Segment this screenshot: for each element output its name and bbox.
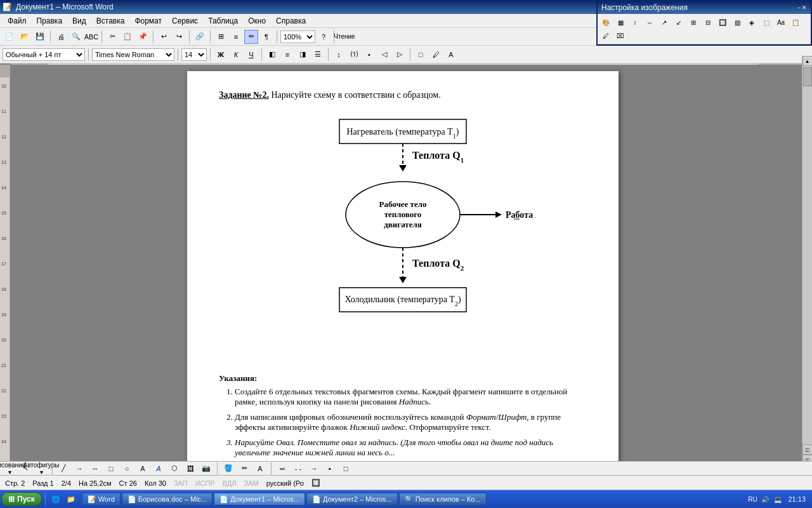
quicklaunch-ie[interactable]: 🌐 — [49, 492, 63, 506]
panel-btn-6[interactable]: ↙ — [672, 16, 686, 29]
panel-close-btn[interactable]: ✕ — [802, 4, 807, 11]
panel-btn-1[interactable]: 🎨 — [599, 16, 613, 29]
draw-wordart-btn[interactable]: A — [152, 462, 166, 476]
font-size-select[interactable]: 14 — [181, 48, 207, 61]
draw-linecolor-btn[interactable]: ✏ — [237, 462, 251, 476]
btn-redo[interactable]: ↪ — [172, 30, 186, 44]
taskbar-item-word[interactable]: 📝 Word — [82, 493, 121, 505]
quicklaunch-folder[interactable]: 📁 — [64, 492, 78, 506]
menu-format[interactable]: Формат — [129, 15, 167, 27]
menu-insert[interactable]: Вставка — [91, 15, 130, 27]
draw-fontcolor-btn[interactable]: A — [253, 462, 267, 476]
btn-paste[interactable]: 📌 — [136, 30, 150, 44]
draw-line-btn[interactable]: ╱ — [56, 462, 70, 476]
btn-decrease-indent[interactable]: ◁ — [377, 48, 391, 62]
btn-align-center[interactable]: ≡ — [280, 48, 294, 62]
menu-file[interactable]: Файл — [3, 15, 32, 27]
draw-fillcolor-btn[interactable]: 🪣 — [221, 462, 235, 476]
btn-preview[interactable]: 🔍 — [69, 30, 83, 44]
taskbar-item-doc2[interactable]: 📄 Документ2 – Micros... — [306, 493, 398, 505]
panel-btn-14[interactable]: 📋 — [789, 16, 802, 29]
vertical-scrollbar[interactable]: ▲ ◫ ◫ ▼ — [802, 56, 812, 475]
menu-edit[interactable]: Правка — [32, 15, 68, 27]
btn-underline[interactable]: Ч — [244, 48, 258, 62]
btn-reading-mode[interactable]: Чтение — [337, 30, 351, 44]
btn-tables[interactable]: ⊞ — [214, 30, 228, 44]
btn-justify[interactable]: ☰ — [311, 48, 325, 62]
btn-zoom-help[interactable]: ? — [317, 30, 331, 44]
btn-italic[interactable]: К — [229, 48, 243, 62]
draw-arrowstyle-btn[interactable]: → — [307, 462, 321, 476]
scroll-page-up-btn[interactable]: ◫ — [802, 444, 813, 455]
btn-align-left[interactable]: ◧ — [265, 48, 279, 62]
panel-btn-9[interactable]: 🔲 — [716, 16, 730, 29]
font-name-select[interactable]: Times New Roman — [92, 48, 174, 61]
draw-linestyle-btn[interactable]: ═ — [275, 462, 289, 476]
btn-numbering[interactable]: ⑴ — [347, 48, 361, 62]
panel-btn-4[interactable]: ↔ — [643, 16, 657, 29]
btn-save[interactable]: 💾 — [33, 30, 47, 44]
menu-table[interactable]: Таблица — [203, 15, 243, 27]
panel-btn-8[interactable]: ⊟ — [701, 16, 715, 29]
draw-autoshapes-btn[interactable]: Автофигуры ▾ — [34, 462, 48, 476]
menu-tools[interactable]: Сервис — [167, 15, 203, 27]
btn-spell[interactable]: ABC — [84, 30, 98, 44]
btn-drawing[interactable]: ✏ — [244, 30, 258, 44]
btn-open[interactable]: 📂 — [18, 30, 32, 44]
btn-cols[interactable]: ≡ — [229, 30, 243, 44]
zoom-select[interactable]: 100% — [280, 30, 315, 43]
draw-dashstyle-btn[interactable]: - - — [291, 462, 305, 476]
panel-btn-11[interactable]: ◈ — [745, 16, 759, 29]
btn-align-right[interactable]: ◨ — [296, 48, 310, 62]
panel-btn-7[interactable]: ⊞ — [686, 16, 700, 29]
panel-btn-5[interactable]: ↗ — [657, 16, 671, 29]
btn-new[interactable]: 📄 — [3, 30, 16, 44]
taskbar-item-clipart[interactable]: 🔍 Поиск клипов – Ко... — [399, 493, 487, 505]
scroll-thumb[interactable] — [803, 67, 812, 86]
btn-show-hide[interactable]: ¶ — [259, 30, 273, 44]
btn-line-spacing[interactable]: ↕ — [332, 48, 346, 62]
scroll-track[interactable] — [802, 66, 813, 444]
draw-diagram-btn[interactable]: ⬡ — [167, 462, 181, 476]
btn-highlight[interactable]: 🖊 — [429, 48, 443, 62]
panel-btn-3[interactable]: ↕ — [628, 16, 642, 29]
panel-minimize-btn[interactable]: – — [797, 4, 801, 11]
panel-btn-15[interactable]: 🖊 — [599, 29, 613, 42]
btn-print[interactable]: 🖨 — [54, 30, 68, 44]
style-select[interactable]: Обычный + 14 пт — [3, 48, 85, 61]
btn-border[interactable]: □ — [414, 48, 428, 62]
start-button[interactable]: ⊞ Пуск — [1, 492, 42, 506]
tray-volume[interactable]: 💻 — [773, 494, 783, 504]
draw-2arrow-btn[interactable]: ↔ — [88, 462, 102, 476]
panel-btn-10[interactable]: ▧ — [730, 16, 744, 29]
btn-bullets[interactable]: • — [362, 48, 376, 62]
panel-btn-16[interactable]: ⌧ — [613, 29, 627, 42]
draw-rect-btn[interactable]: □ — [104, 462, 118, 476]
panel-btn-12[interactable]: ⬚ — [759, 16, 773, 29]
draw-shadow-btn[interactable]: ▪ — [323, 462, 337, 476]
menu-window[interactable]: Окно — [243, 15, 271, 27]
btn-cut[interactable]: ✂ — [105, 30, 119, 44]
btn-copy[interactable]: 📋 — [121, 30, 134, 44]
btn-undo[interactable]: ↩ — [157, 30, 171, 44]
taskbar-item-doc1[interactable]: 📄 Документ1 – Micros... — [214, 493, 305, 505]
panel-btn-13[interactable]: Aa — [774, 16, 788, 29]
menu-help[interactable]: Справка — [271, 15, 311, 27]
btn-hyperlink[interactable]: 🔗 — [193, 30, 207, 44]
draw-clipart-btn[interactable]: 🖼 — [183, 462, 197, 476]
scroll-up-btn[interactable]: ▲ — [802, 56, 813, 66]
draw-arrow-btn[interactable]: → — [72, 462, 86, 476]
btn-bold[interactable]: Ж — [214, 48, 228, 62]
draw-3d-btn[interactable]: □ — [339, 462, 353, 476]
draw-image-btn[interactable]: 📷 — [199, 462, 213, 476]
taskbar-item-borisova[interactable]: 📄 Борисова.doc – Mic... — [122, 493, 213, 505]
menu-view[interactable]: Вид — [67, 15, 91, 27]
tray-lang[interactable]: RU — [747, 494, 757, 504]
draw-textbox-btn[interactable]: A — [136, 462, 150, 476]
tray-network[interactable]: 🔊 — [760, 494, 770, 504]
btn-font-color[interactable]: A — [444, 48, 458, 62]
draw-ellipse-btn[interactable]: ○ — [120, 462, 134, 476]
btn-increase-indent[interactable]: ▷ — [393, 48, 407, 62]
draw-draw-btn[interactable]: Рисование ▾ — [3, 462, 16, 476]
panel-btn-2[interactable]: ▦ — [613, 16, 627, 29]
